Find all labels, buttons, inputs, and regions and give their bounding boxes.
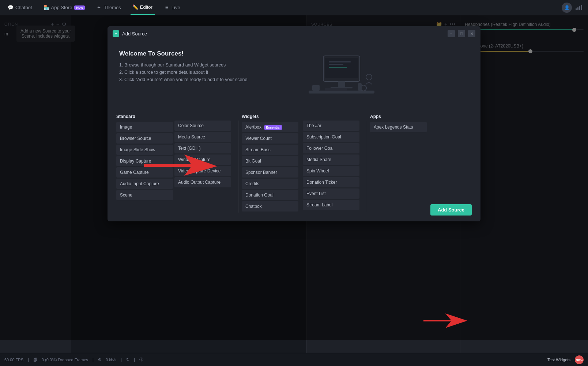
source-btn-jar[interactable]: The Jar	[303, 121, 359, 131]
col-divider-2	[367, 121, 367, 213]
source-btn-image[interactable]: Image	[116, 122, 173, 132]
modal-welcome-section: Welcome To Sources! 1. Browse through ou…	[108, 41, 290, 111]
source-btn-apex[interactable]: Apex Legends Stats	[370, 122, 427, 132]
nav-live[interactable]: ≡ Live	[162, 0, 182, 15]
modal-title: Add Source	[122, 31, 147, 37]
source-btn-credits[interactable]: Credits	[242, 179, 298, 189]
bandwidth: 0 kb/s	[106, 358, 116, 362]
divider-2: |	[93, 358, 94, 362]
widgets-col1: Alertbox Essential Viewer Count Stream B…	[242, 122, 298, 213]
source-btn-donationticker[interactable]: Donation Ticker	[303, 177, 359, 187]
standard-title: Standard	[116, 111, 173, 121]
nav-themes-label: Themes	[104, 5, 121, 10]
source-btn-donationgoal[interactable]: Donation Goal	[242, 190, 298, 200]
editor-icon: ✏️	[133, 5, 138, 10]
svg-marker-14	[144, 155, 217, 176]
signal-bar-2	[577, 7, 578, 10]
source-btn-spinwheel[interactable]: Spin Wheel	[303, 166, 359, 176]
nav-live-label: Live	[172, 5, 180, 10]
live-icon: ≡	[164, 5, 169, 10]
apps-section: Apps Apex Legends Stats	[370, 111, 427, 213]
nav-appstore[interactable]: 🏪 App Store New	[42, 0, 87, 15]
instruction-2: 2. Click a source to get more details ab…	[119, 70, 279, 75]
modal-title-icon: ✦	[113, 30, 119, 37]
divider-4: |	[134, 358, 135, 362]
upload-icon: ⊙	[98, 357, 101, 362]
add-source-modal: ✦ Add Source − □ ✕ Welcome To Sources! 1…	[108, 26, 480, 221]
apps-title: Apps	[370, 111, 427, 121]
instructions-list: 1. Browse through our Standard and Widge…	[119, 62, 279, 82]
arrow-right-decoration	[423, 313, 467, 333]
source-btn-color[interactable]: Color Source	[174, 121, 231, 131]
appstore-icon: 🏪	[44, 5, 49, 10]
top-navigation: 💬 Chatbot 🏪 App Store New ✦ Themes ✏️ Ed…	[0, 0, 588, 15]
desk-illustration	[301, 49, 382, 103]
source-btn-scene[interactable]: Scene	[116, 190, 173, 200]
new-badge: New	[74, 5, 85, 10]
source-btn-streamboss[interactable]: Stream Boss	[242, 145, 298, 155]
source-btn-streamlabel[interactable]: Stream Label	[303, 200, 359, 210]
svg-rect-3	[338, 81, 345, 87]
maximize-button[interactable]: □	[458, 30, 465, 37]
widgets-title: Widgets	[242, 111, 298, 121]
nav-right-controls: 👤	[562, 3, 582, 13]
source-btn-sponsor[interactable]: Sponsor Banner	[242, 167, 298, 178]
modal-window-controls: − □ ✕	[448, 30, 475, 37]
refresh-icon: ↻	[126, 357, 129, 362]
source-btn-subgoal[interactable]: Subscription Goal	[303, 132, 359, 142]
source-btn-media[interactable]: Media Source	[174, 132, 231, 142]
widgets-col2: The Jar Subscription Goal Follower Goal …	[303, 121, 359, 213]
signal-bar-1	[576, 8, 577, 10]
modal-titlebar: ✦ Add Source − □ ✕	[108, 26, 480, 41]
file-icon: 🗐	[33, 358, 37, 362]
svg-rect-6	[312, 85, 320, 91]
source-btn-mediashare[interactable]: Media Share	[303, 155, 359, 165]
test-widgets-label[interactable]: Test Widgets	[547, 358, 570, 362]
chatbot-icon: 💬	[8, 5, 13, 10]
signal-bar-4	[581, 5, 582, 10]
main-area: ction + − ⚙ m Sources 📁 + ••• ⬛ Webcam	[0, 15, 588, 353]
widgets-col2-items: The Jar Subscription Goal Follower Goal …	[303, 121, 359, 211]
nav-chatbot[interactable]: 💬 Chatbot	[6, 0, 34, 15]
user-avatar[interactable]: 👤	[562, 3, 572, 13]
widgets-section: Widgets Alertbox Essential Viewer Count …	[242, 111, 298, 213]
divider-1: |	[28, 358, 29, 362]
svg-marker-0	[423, 313, 467, 328]
arrow-svg	[144, 151, 217, 184]
nav-themes[interactable]: ✦ Themes	[94, 0, 123, 15]
source-btn-eventlist[interactable]: Event List	[303, 188, 359, 199]
arrow-scene-decoration	[144, 151, 217, 185]
divider-3: |	[121, 358, 122, 362]
nav-editor[interactable]: ✏️ Editor	[131, 0, 155, 15]
apps-col: Apex Legends Stats	[370, 122, 427, 133]
source-btn-followergoal[interactable]: Follower Goal	[303, 143, 359, 153]
source-btn-viewercount[interactable]: Viewer Count	[242, 133, 298, 144]
nav-appstore-label: App Store	[51, 5, 72, 10]
fps-display: 60.00 FPS	[4, 358, 23, 362]
bottom-bar: 60.00 FPS | 🗐 0 (0.0%) Dropped Frames | …	[0, 353, 588, 366]
svg-rect-10	[329, 61, 351, 62]
modal-top-content: Welcome To Sources! 1. Browse through ou…	[108, 41, 480, 111]
add-source-button[interactable]: Add Source	[430, 204, 472, 216]
nav-editor-label: Editor	[140, 4, 152, 10]
nav-chatbot-label: Chatbot	[15, 5, 32, 10]
source-btn-bitgoal[interactable]: Bit Goal	[242, 156, 298, 166]
welcome-title: Welcome To Sources!	[119, 50, 279, 57]
dropped-frames: 0 (0.0%) Dropped Frames	[42, 358, 88, 362]
source-btn-browser[interactable]: Browser Source	[116, 133, 173, 144]
svg-rect-11	[329, 64, 343, 65]
source-btn-chatbox[interactable]: Chatbox	[242, 201, 298, 211]
rec-badge: REC	[575, 355, 584, 364]
instruction-3: 3. Click "Add Source" when you're ready …	[119, 77, 279, 82]
info-icon: ⓘ	[139, 357, 143, 362]
bottom-right: Test Widgets REC	[547, 355, 584, 364]
signal-bar-3	[579, 6, 580, 10]
essential-badge: Essential	[264, 125, 282, 130]
svg-rect-12	[329, 67, 347, 68]
close-button[interactable]: ✕	[468, 30, 475, 37]
svg-point-13	[366, 74, 372, 80]
source-btn-alertbox[interactable]: Alertbox Essential	[242, 122, 298, 132]
minimize-button[interactable]: −	[448, 30, 455, 37]
themes-icon: ✦	[97, 5, 102, 10]
instruction-1: 1. Browse through our Standard and Widge…	[119, 62, 279, 68]
